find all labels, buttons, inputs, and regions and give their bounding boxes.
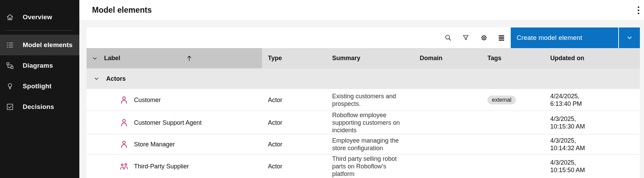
sidebar-item-decisions[interactable]: Decisions: [0, 99, 79, 115]
table-row[interactable]: Store Manager Actor Employee managing th…: [87, 134, 640, 154]
row-label[interactable]: Store Manager: [134, 141, 175, 148]
row-type: Actor: [268, 141, 282, 148]
header-domain[interactable]: Domain: [420, 48, 442, 68]
table-row[interactable]: Third-Party Supplier Actor Third party s…: [87, 154, 640, 178]
checkbox-icon: [6, 103, 14, 111]
row-label[interactable]: Customer: [134, 96, 161, 103]
people-icon: [120, 162, 128, 171]
lightbulb-icon: [6, 82, 14, 90]
filter-icon: [462, 34, 470, 42]
row-label[interactable]: Customer Support Agent: [134, 119, 202, 126]
row-updated: 4/3/2025, 10:14:32 AM: [550, 137, 602, 152]
title-bar: Model elements: [79, 0, 644, 20]
header-summary[interactable]: Summary: [332, 48, 360, 68]
sidebar-item-spotlight[interactable]: Spotlight: [0, 78, 79, 94]
row-settings-button[interactable]: [493, 30, 510, 46]
sidebar-item-diagrams[interactable]: Diagrams: [0, 57, 79, 74]
settings-gear-icon: [480, 34, 488, 42]
sidebar-item-label: Diagrams: [23, 62, 53, 69]
group-name: Actors: [106, 68, 126, 89]
table-row[interactable]: Customer Actor Existing customers and pr…: [87, 89, 640, 111]
overflow-menu-vertical-icon[interactable]: [633, 4, 644, 17]
settings-button[interactable]: [476, 30, 492, 46]
header-updated[interactable]: Updated on: [550, 48, 584, 68]
search-button[interactable]: [440, 30, 456, 46]
home-icon: [6, 13, 14, 21]
sidebar: Overview Model elements Diagrams Spotlig…: [0, 0, 79, 178]
sidebar-item-overview[interactable]: Overview: [0, 9, 79, 25]
sidebar-item-label: Overview: [23, 13, 52, 21]
row-type: Actor: [268, 96, 282, 103]
header-tags[interactable]: Tags: [487, 48, 501, 68]
row-label[interactable]: Third-Party Supplier: [134, 163, 189, 170]
create-options-caret-button[interactable]: [618, 27, 640, 48]
sort-ascending-icon[interactable]: [185, 48, 193, 68]
row-updated: 4/24/2025, 6:13:40 PM: [550, 92, 602, 108]
page-title: Model elements: [92, 0, 152, 20]
filter-button[interactable]: [457, 30, 474, 46]
sidebar-item-model-elements[interactable]: Model elements: [0, 35, 79, 55]
create-model-element-button[interactable]: Create model element: [511, 27, 618, 48]
table-row[interactable]: Customer Support Agent Actor Roboflow em…: [87, 111, 640, 134]
sidebar-divider: [5, 30, 73, 31]
diagram-icon: [6, 62, 14, 70]
table-header: Label Type Summary Domain Tags Updated o…: [87, 48, 640, 68]
row-summary: Existing customers and prospects.: [332, 92, 403, 108]
list-icon: [6, 41, 14, 49]
tag-badge[interactable]: external: [487, 96, 516, 104]
create-split-button: Create model element: [511, 27, 640, 48]
person-icon: [120, 140, 128, 149]
row-type: Actor: [268, 119, 282, 126]
collapse-all-chevron-icon[interactable]: [92, 48, 98, 68]
row-updated: 4/3/2025, 10:15:50 AM: [550, 159, 602, 174]
person-icon: [120, 96, 128, 104]
group-row-actors[interactable]: Actors: [87, 68, 640, 89]
header-label[interactable]: Label: [104, 48, 120, 68]
group-collapse-chevron-icon[interactable]: [93, 68, 100, 89]
row-updated: 4/3/2025, 10:15:30 AM: [550, 115, 602, 130]
header-type[interactable]: Type: [268, 48, 282, 68]
sidebar-item-label: Spotlight: [23, 82, 52, 90]
chevron-down-icon: [626, 34, 633, 41]
search-icon: [444, 34, 452, 42]
row-type: Actor: [268, 163, 282, 170]
person-icon: [120, 118, 128, 127]
rows-icon: [498, 34, 505, 42]
sidebar-item-label: Model elements: [23, 41, 72, 49]
row-summary: Roboflow employee supporting customers o…: [332, 111, 403, 134]
sidebar-item-label: Decisions: [23, 103, 54, 111]
row-summary: Employee managing the store configuratio…: [332, 137, 403, 152]
table-toolbar: Create model element: [87, 27, 640, 48]
row-summary: Third party selling robot parts on Robof…: [332, 155, 403, 178]
